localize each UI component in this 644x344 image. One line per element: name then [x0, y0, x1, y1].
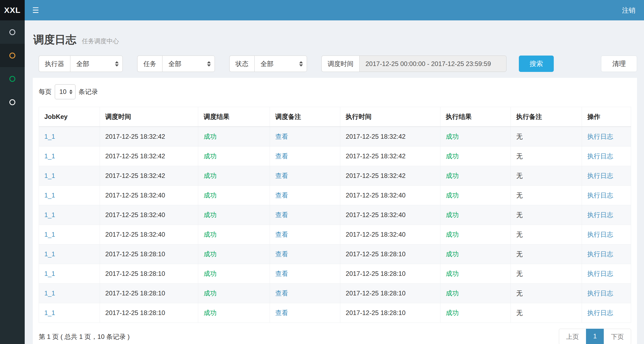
trigger-time-cell: 2017-12-25 18:28:10 — [100, 244, 198, 264]
app-logo[interactable]: XXL — [0, 0, 25, 20]
handle-msg-cell: 无 — [511, 264, 582, 284]
table-row: 1_1 2017-12-25 18:28:10 成功 查看 2017-12-25… — [39, 264, 631, 284]
jobkey-link[interactable]: 1_1 — [44, 231, 55, 238]
trigger-msg-link[interactable]: 查看 — [275, 172, 288, 179]
handle-msg-cell: 无 — [511, 225, 582, 244]
handle-msg-cell: 无 — [511, 244, 582, 264]
sidebar — [0, 20, 25, 344]
table-row: 1_1 2017-12-25 18:28:10 成功 查看 2017-12-25… — [39, 244, 631, 264]
handle-result-cell: 成功 — [440, 205, 511, 225]
select-arrows-icon — [207, 61, 211, 67]
page-size-value: 10 — [59, 88, 67, 96]
trigger-msg-link[interactable]: 查看 — [275, 152, 288, 160]
exec-log-link[interactable]: 执行日志 — [587, 270, 613, 277]
handle-time-cell: 2017-12-25 18:32:40 — [340, 225, 440, 244]
table-row: 1_1 2017-12-25 18:28:10 成功 查看 2017-12-25… — [39, 284, 631, 303]
trigger-msg-link[interactable]: 查看 — [275, 231, 288, 238]
job-select[interactable]: 全部 — [162, 56, 215, 72]
circle-icon — [9, 53, 15, 58]
jobkey-link[interactable]: 1_1 — [44, 152, 55, 160]
executor-select[interactable]: 全部 — [70, 56, 123, 72]
handle-time-cell: 2017-12-25 18:28:10 — [340, 244, 440, 264]
trigger-msg-link[interactable]: 查看 — [275, 192, 288, 199]
jobkey-link[interactable]: 1_1 — [44, 172, 55, 179]
exec-log-link[interactable]: 执行日志 — [587, 172, 613, 179]
jobkey-link[interactable]: 1_1 — [44, 192, 55, 199]
col-header-trigger-time: 调度时间 — [100, 107, 198, 127]
handle-result-cell: 成功 — [440, 147, 511, 166]
exec-log-link[interactable]: 执行日志 — [587, 250, 613, 258]
page-size-select[interactable]: 10 — [55, 84, 75, 99]
page-size-row: 每页 10 条记录 — [39, 84, 631, 99]
job-filter-group: 任务 全部 — [137, 56, 215, 72]
exec-log-link[interactable]: 执行日志 — [587, 231, 613, 238]
trigger-msg-link[interactable]: 查看 — [275, 211, 288, 218]
next-page-button[interactable]: 下页 — [604, 329, 631, 344]
table-row: 1_1 2017-12-25 18:32:40 成功 查看 2017-12-25… — [39, 225, 631, 244]
exec-log-link[interactable]: 执行日志 — [587, 152, 613, 160]
jobkey-link[interactable]: 1_1 — [44, 133, 55, 140]
page-size-suffix-label: 条记录 — [79, 87, 98, 96]
table-row: 1_1 2017-12-25 18:32:42 成功 查看 2017-12-25… — [39, 166, 631, 186]
exec-log-link[interactable]: 执行日志 — [587, 133, 613, 140]
trigger-msg-link[interactable]: 查看 — [275, 133, 288, 140]
handle-result-cell: 成功 — [440, 284, 511, 303]
trigger-time-cell: 2017-12-25 18:32:40 — [100, 205, 198, 225]
jobkey-link[interactable]: 1_1 — [44, 309, 55, 316]
trigger-msg-link[interactable]: 查看 — [275, 290, 288, 297]
clear-button[interactable]: 清理 — [601, 56, 637, 72]
handle-result-cell: 成功 — [440, 225, 511, 244]
sidebar-item-dashboard[interactable] — [0, 20, 25, 44]
prev-page-button[interactable]: 上页 — [559, 329, 586, 344]
handle-msg-cell: 无 — [511, 186, 582, 205]
trigger-msg-link[interactable]: 查看 — [275, 270, 288, 277]
trigger-result-cell: 成功 — [198, 244, 270, 264]
exec-log-link[interactable]: 执行日志 — [587, 211, 613, 218]
pagination: 上页 1 下页 — [559, 329, 631, 344]
logout-link[interactable]: 注销 — [613, 0, 644, 20]
search-button[interactable]: 搜索 — [519, 56, 554, 72]
trigger-result-cell: 成功 — [198, 127, 270, 147]
navbar-main: ☰ 注销 — [25, 0, 644, 20]
jobkey-link[interactable]: 1_1 — [44, 250, 55, 258]
jobkey-link[interactable]: 1_1 — [44, 211, 55, 218]
col-header-handle-time: 执行时间 — [340, 107, 440, 127]
trigger-time-cell: 2017-12-25 18:32:42 — [100, 147, 198, 166]
content-area: 调度日志 任务调度中心 执行器 全部 任务 全部 — [25, 20, 644, 344]
sidebar-item-joblog[interactable] — [0, 44, 25, 67]
col-header-trigger-msg: 调度备注 — [270, 107, 340, 127]
trigger-msg-link[interactable]: 查看 — [275, 309, 288, 316]
trigger-result-cell: 成功 — [198, 264, 270, 284]
page-number-button[interactable]: 1 — [586, 329, 604, 344]
executor-filter-group: 执行器 全部 — [39, 56, 123, 72]
handle-result-cell: 成功 — [440, 264, 511, 284]
trigger-msg-link[interactable]: 查看 — [275, 250, 288, 258]
table-row: 1_1 2017-12-25 18:28:10 成功 查看 2017-12-25… — [39, 303, 631, 323]
table-header-row: JobKey 调度时间 调度结果 调度备注 执行时间 执行结果 执行备注 操作 — [39, 107, 631, 127]
page-title: 调度日志 — [33, 34, 76, 45]
jobkey-link[interactable]: 1_1 — [44, 270, 55, 277]
col-header-jobkey: JobKey — [39, 107, 100, 127]
col-header-action: 操作 — [582, 107, 631, 127]
col-header-trigger-result: 调度结果 — [198, 107, 270, 127]
status-select-value: 全部 — [261, 60, 273, 68]
trigger-time-cell: 2017-12-25 18:28:10 — [100, 303, 198, 323]
log-table-box: 每页 10 条记录 JobKey 调度时间 — [33, 78, 637, 344]
sidebar-item-help[interactable] — [0, 90, 25, 114]
table-row: 1_1 2017-12-25 18:32:42 成功 查看 2017-12-25… — [39, 147, 631, 166]
trigger-result-cell: 成功 — [198, 303, 270, 323]
trigger-time-range-input[interactable]: 2017-12-25 00:00:00 - 2017-12-25 23:59:5… — [359, 56, 506, 72]
sidebar-item-jobinfo[interactable] — [0, 67, 25, 90]
jobkey-link[interactable]: 1_1 — [44, 290, 55, 297]
exec-log-link[interactable]: 执行日志 — [587, 192, 613, 199]
handle-time-cell: 2017-12-25 18:32:40 — [340, 205, 440, 225]
page-size-prefix-label: 每页 — [39, 87, 52, 96]
handle-time-cell: 2017-12-25 18:28:10 — [340, 303, 440, 323]
sidebar-toggle-icon[interactable]: ☰ — [25, 0, 46, 20]
exec-log-link[interactable]: 执行日志 — [587, 309, 613, 316]
select-arrows-icon — [69, 90, 73, 94]
trigger-time-filter-group: 调度时间 2017-12-25 00:00:00 - 2017-12-25 23… — [321, 56, 506, 72]
status-select[interactable]: 全部 — [254, 56, 307, 72]
status-filter-label: 状态 — [229, 56, 254, 72]
exec-log-link[interactable]: 执行日志 — [587, 290, 613, 297]
